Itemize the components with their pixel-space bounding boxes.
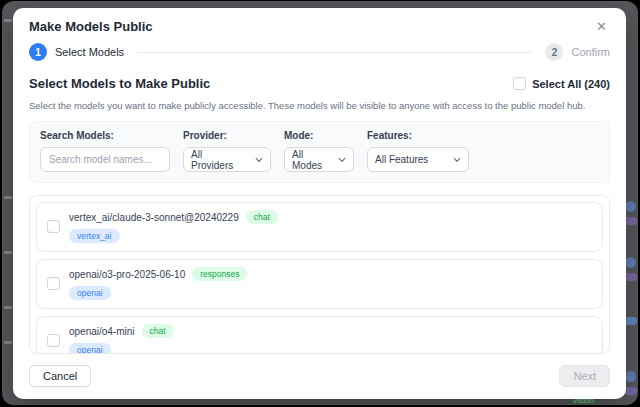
model-checkbox[interactable]	[47, 277, 60, 290]
mode-select-value: All Modes	[292, 149, 330, 171]
background-text-fragment	[4, 251, 12, 254]
model-row[interactable]: vertex_ai/claude-3-sonnet@20240229 chat …	[36, 202, 603, 252]
background-text-fragment	[4, 196, 12, 199]
mode-badge: responses	[192, 267, 247, 281]
section-description: Select the models you want to make publi…	[29, 100, 610, 111]
step-confirm: 2 Confirm	[545, 43, 610, 61]
background-avatar-fragment	[625, 371, 636, 382]
select-all-checkbox[interactable]	[513, 77, 526, 90]
model-checkbox[interactable]	[47, 220, 60, 233]
model-info: vertex_ai/claude-3-sonnet@20240229 chat …	[69, 210, 278, 243]
dimmed-page-overlay: Vision Make Models Public ✕ 1 Select Mod…	[2, 1, 638, 405]
model-name: openai/o3-pro-2025-06-10	[69, 269, 185, 280]
section-header-row: Select Models to Make Public Select All …	[29, 76, 610, 91]
close-icon[interactable]: ✕	[593, 19, 610, 34]
background-text-fragment	[4, 19, 12, 22]
chevron-down-icon	[453, 156, 461, 164]
search-filter-group: Search Models:	[40, 130, 170, 172]
search-input[interactable]	[40, 147, 170, 172]
step-2-label: Confirm	[571, 46, 610, 58]
step-1-circle: 1	[29, 43, 47, 61]
mode-filter-group: Mode: All Modes	[284, 130, 354, 172]
provider-filter-group: Provider: All Providers	[183, 130, 271, 172]
background-avatar-fragment	[625, 201, 636, 212]
background-text-fragment	[4, 341, 12, 344]
next-button[interactable]: Next	[559, 365, 610, 387]
mode-badge: chat	[246, 210, 278, 224]
modal-footer: Cancel Next	[29, 365, 610, 387]
features-select-value: All Features	[375, 154, 445, 165]
provider-label: Provider:	[183, 130, 271, 141]
cancel-button[interactable]: Cancel	[29, 365, 91, 387]
model-row[interactable]: openai/o3-pro-2025-06-10 responses opena…	[36, 259, 603, 309]
select-all-label: Select All (240)	[532, 78, 610, 90]
chevron-down-icon	[255, 156, 263, 164]
model-name: vertex_ai/claude-3-sonnet@20240229	[69, 212, 239, 223]
model-info: openai/o4-mini chat openai	[69, 324, 174, 354]
mode-badge: chat	[142, 324, 174, 338]
features-label: Features:	[367, 130, 469, 141]
search-label: Search Models:	[40, 130, 170, 141]
filter-bar: Search Models: Provider: All Providers M…	[29, 121, 610, 183]
chevron-down-icon	[338, 156, 346, 164]
section-heading: Select Models to Make Public	[29, 76, 210, 91]
model-name: openai/o4-mini	[69, 326, 135, 337]
background-text-fragment	[4, 306, 12, 309]
step-2-circle: 2	[545, 43, 563, 61]
model-list: vertex_ai/claude-3-sonnet@20240229 chat …	[29, 195, 610, 354]
modal-title: Make Models Public	[29, 19, 153, 34]
provider-select[interactable]: All Providers	[183, 147, 271, 172]
provider-badge: openai	[69, 286, 111, 300]
mode-label: Mode:	[284, 130, 354, 141]
model-row[interactable]: openai/o4-mini chat openai	[36, 316, 603, 354]
provider-badge: vertex_ai	[69, 229, 120, 243]
step-1-label: Select Models	[55, 46, 124, 58]
background-avatar-fragment	[625, 257, 636, 268]
model-info: openai/o3-pro-2025-06-10 responses opena…	[69, 267, 247, 300]
modal-header: Make Models Public ✕	[29, 19, 610, 34]
provider-select-value: All Providers	[191, 149, 247, 171]
features-filter-group: Features: All Features	[367, 130, 469, 172]
features-select[interactable]: All Features	[367, 147, 469, 172]
stepper-connector	[138, 52, 531, 53]
model-checkbox[interactable]	[47, 334, 60, 347]
mode-select[interactable]: All Modes	[284, 147, 354, 172]
stepper: 1 Select Models 2 Confirm	[29, 43, 610, 61]
make-models-public-modal: Make Models Public ✕ 1 Select Models 2 C…	[13, 8, 626, 399]
select-all-control[interactable]: Select All (240)	[513, 77, 610, 90]
step-select-models: 1 Select Models	[29, 43, 124, 61]
provider-badge: openai	[69, 343, 111, 354]
